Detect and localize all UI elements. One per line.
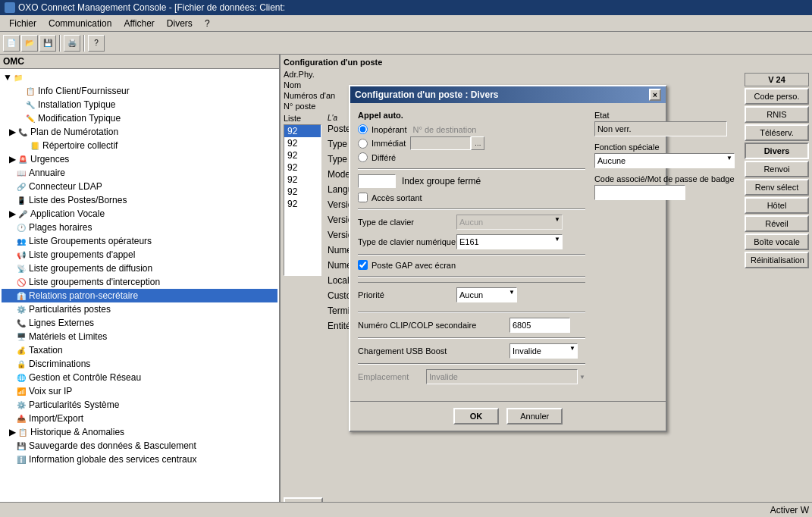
voc-label: Application Vocale xyxy=(30,208,105,219)
teleserv-btn[interactable]: Téléserv. xyxy=(745,124,809,141)
tree-relations[interactable]: 👔 Relations patron-secrétaire xyxy=(2,289,277,302)
tree-install[interactable]: 🔧 Installation Typique xyxy=(2,98,277,111)
toolbar-help[interactable]: ? xyxy=(88,35,105,52)
dest-btn[interactable]: … xyxy=(471,136,484,150)
renv-select-btn[interactable]: Renv sélect xyxy=(745,179,809,196)
modal-ok-btn[interactable]: OK xyxy=(453,408,500,425)
toolbar-open[interactable]: 📂 xyxy=(21,35,38,52)
radio-inoperant[interactable] xyxy=(358,124,368,134)
type-clavier-select[interactable]: Aucun xyxy=(456,215,563,230)
menu-afficher[interactable]: Afficher xyxy=(118,17,160,30)
menu-divers[interactable]: Divers xyxy=(161,17,199,30)
list-item[interactable]: 92 xyxy=(284,125,321,137)
list-item[interactable]: 92 xyxy=(284,161,321,174)
list-item[interactable]: 92 xyxy=(284,149,321,161)
tree-groupdiff[interactable]: 📡 Liste groupements de diffusion xyxy=(2,262,277,275)
list-item[interactable]: 92 xyxy=(284,186,321,198)
radio-differe[interactable] xyxy=(358,152,368,162)
clip-row: Numéro CLIP/COLP secondaire xyxy=(358,318,585,333)
menu-communication[interactable]: Communication xyxy=(42,17,118,30)
tree-plages[interactable]: 🕐 Plages horaires xyxy=(2,221,277,234)
tree-gestion[interactable]: 🌐 Gestion et Contrôle Réseau xyxy=(2,371,277,384)
priorite-select[interactable]: Aucun xyxy=(456,287,517,302)
fonction-label: Fonction spéciale xyxy=(594,143,735,152)
radio-immediat[interactable] xyxy=(358,139,368,149)
expand-urg[interactable]: ▶ xyxy=(8,154,17,164)
expand-voc[interactable]: ▶ xyxy=(8,208,17,219)
tree-particpost[interactable]: ⚙️ Particularités postes xyxy=(2,302,277,316)
expand-hist[interactable]: ▶ xyxy=(8,427,17,437)
modif-label: Modification Typique xyxy=(38,113,121,124)
tree-groupap[interactable]: 📢 Liste groupements d'appel xyxy=(2,248,277,262)
emp-input[interactable] xyxy=(426,369,578,384)
tree-info-glob[interactable]: ℹ️ Information globale des services cent… xyxy=(2,453,277,466)
tree-sauvegarde[interactable]: 💾 Sauvegarde des données & Basculement xyxy=(2,439,277,453)
hotel-btn[interactable]: Hôtel xyxy=(745,197,809,214)
tree-annuaire[interactable]: 📖 Annuaire xyxy=(2,166,277,180)
poste-gap-checkbox[interactable] xyxy=(358,260,368,270)
urg-icon: 🚨 xyxy=(17,153,29,165)
toolbar-new[interactable]: 📄 xyxy=(3,35,20,52)
tree-info[interactable]: 📋 Info Client/Fournisseur xyxy=(2,84,277,98)
tree-repertoire[interactable]: 📒 Répertoire collectif xyxy=(2,139,277,152)
status-bar: Activer W xyxy=(0,502,812,517)
modal-columns: Appel auto. Inopérant N° de destination … xyxy=(358,111,658,389)
list-item[interactable]: 92 xyxy=(284,174,321,186)
dest-input[interactable] xyxy=(410,136,471,150)
reinit-btn[interactable]: Réinitialisation xyxy=(745,252,809,268)
menu-help[interactable]: ? xyxy=(199,17,216,30)
tree-discrim[interactable]: 🔒 Discriminations xyxy=(2,357,277,371)
menu-fichier[interactable]: Fichier xyxy=(3,17,42,30)
code-perso-btn[interactable]: Code perso. xyxy=(745,88,809,105)
renvoi-btn[interactable]: Renvoi xyxy=(745,161,809,177)
list-item[interactable]: 92 xyxy=(284,198,321,210)
type-clavier-row: Type de clavier Aucun xyxy=(358,215,585,230)
tree-import[interactable]: 📥 Import/Export xyxy=(2,412,277,425)
tree-partic-sys[interactable]: ⚙️ Particularités Système xyxy=(2,398,277,412)
index-input[interactable] xyxy=(358,174,396,188)
usb-select[interactable]: Invalide xyxy=(509,343,578,359)
relations-label: Relations patron-secrétaire xyxy=(29,290,138,301)
boite-vocale-btn[interactable]: Boîte vocale xyxy=(745,233,809,250)
tree-modif[interactable]: ✏️ Modification Typique xyxy=(2,111,277,125)
tree-materiels[interactable]: 🖥️ Matériels et Limites xyxy=(2,330,277,343)
index-label: Index groupe fermé xyxy=(402,176,481,186)
install-icon: 🔧 xyxy=(24,99,36,111)
tree-ldap[interactable]: 🔗 Connecteur LDAP xyxy=(2,180,277,193)
tree-lignes[interactable]: 📞 Lignes Externes xyxy=(2,316,277,330)
mat-label: Matériels et Limites xyxy=(29,331,107,342)
reveil-btn[interactable]: Réveil xyxy=(745,215,809,232)
modal-cancel-btn[interactable]: Annuler xyxy=(506,408,563,425)
tree-plan[interactable]: ▶ 📞 Plan de Numérotation xyxy=(2,125,277,139)
tree-root[interactable]: ▼ 📁 xyxy=(2,70,277,84)
clip-input[interactable] xyxy=(509,318,570,333)
toolbar-save[interactable]: 💾 xyxy=(39,35,56,52)
type-clavier-num-select[interactable]: E161 xyxy=(456,234,563,249)
ann-label: Annuaire xyxy=(29,168,65,178)
tree-historique[interactable]: ▶ 📋 Historique & Anomalies xyxy=(2,425,277,439)
status-right-text: Activer W xyxy=(770,505,809,515)
divers-btn[interactable]: Divers xyxy=(745,143,809,159)
tree-groupinter[interactable]: 🚫 Liste groupements d'interception xyxy=(2,275,277,289)
modal-footer: OK Annuler xyxy=(350,401,666,431)
tree-taxation[interactable]: 💰 Taxation xyxy=(2,343,277,357)
tree-area[interactable]: ▼ 📁 📋 Info Client/Fournisseur 🔧 Installa… xyxy=(0,69,279,517)
root-icon: 📁 xyxy=(12,71,24,83)
tree-postes[interactable]: 📱 Liste des Postes/Bornes xyxy=(2,193,277,207)
info-glob-label: Information globale des services centrau… xyxy=(29,454,196,465)
tree-groupop[interactable]: 👥 Liste Groupements opérateurs xyxy=(2,234,277,248)
postes-list[interactable]: 92 92 92 92 92 92 92 xyxy=(284,124,321,276)
modal-close-btn[interactable]: × xyxy=(649,89,661,101)
badge-input[interactable] xyxy=(594,185,685,200)
tree-voix[interactable]: 📶 Voix sur IP xyxy=(2,384,277,398)
tree-vocale[interactable]: ▶ 🎤 Application Vocale xyxy=(2,207,277,221)
list-item[interactable]: 92 xyxy=(284,137,321,149)
acces-sortant-checkbox[interactable] xyxy=(358,193,368,202)
tree-urgences[interactable]: ▶ 🚨 Urgences xyxy=(2,152,277,166)
partic-sys-label: Particularités Système xyxy=(29,400,119,410)
fonction-select[interactable]: Aucune xyxy=(594,153,735,168)
expand-plan[interactable]: ▶ xyxy=(8,127,17,137)
toolbar-print[interactable]: 🖨️ xyxy=(64,35,80,52)
rnis-btn[interactable]: RNIS xyxy=(745,106,809,123)
expand-root[interactable]: ▼ xyxy=(3,72,12,83)
